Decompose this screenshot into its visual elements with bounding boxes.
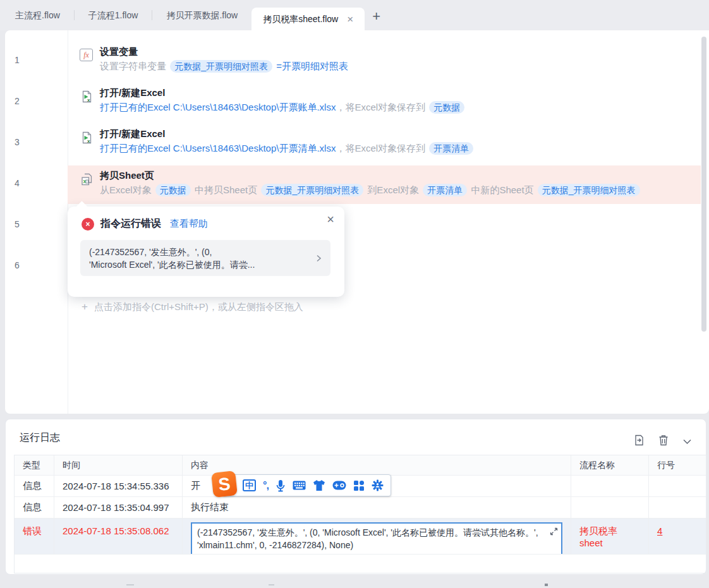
punctuation-icon[interactable]: °, [263, 480, 269, 491]
chevron-right-icon [314, 253, 323, 266]
run-log-panel: 运行日志 类型 时间 内容 流程名称 行号 信息 2024-07-18 15:3… [5, 419, 706, 575]
step-title: 设置变量 [100, 46, 138, 58]
step-description: 从Excel对象 元数据 中拷贝Sheet页 元数据_开票明细对照表 到Exce… [100, 184, 641, 196]
run-log-title: 运行日志 [20, 431, 60, 445]
error-popover: × 指令运行错误 查看帮助 × (-2147352567, '发生意外。', (… [68, 207, 344, 297]
fx-variable-icon: fx [80, 49, 93, 61]
line-number-6: 6 [9, 260, 25, 270]
error-line-number-link[interactable]: 4 [657, 525, 662, 536]
sogou-logo[interactable]: S [211, 471, 238, 498]
clear-log-icon[interactable] [658, 435, 669, 448]
step-description: 设置字符串变量 元数据_开票明细对照表 =开票明细对照表 [100, 60, 348, 73]
svg-text:x: x [87, 97, 90, 103]
variable-pill[interactable]: 元数据 [429, 101, 464, 114]
collapse-panel-icon[interactable] [682, 436, 692, 447]
error-message-box[interactable]: (-2147352567, '发生意外。', (0, 'Microsoft Ex… [80, 240, 330, 276]
excel-open-icon: x [80, 90, 94, 106]
add-instruction-label: 点击添加指令(Ctrl+Shift+P)，或从左侧指令区拖入 [94, 301, 303, 313]
line-number-3: 3 [9, 137, 25, 147]
tab-sub-flow1[interactable]: 子流程1.flow [75, 0, 152, 30]
add-instruction-row[interactable]: + 点击添加指令(Ctrl+Shift+P)，或从左侧指令区拖入 [82, 301, 303, 313]
step-description: 打开已有的Excel C:\Users\18463\Desktop\开票账单.x… [100, 101, 466, 114]
step-title: 拷贝Sheet页 [100, 170, 154, 182]
variable-pill[interactable]: 元数据_开票明细对照表 [538, 184, 640, 196]
toolbox-icon[interactable] [332, 481, 346, 490]
copy-sheet-icon: x [80, 172, 94, 189]
close-tab-icon[interactable]: × [347, 14, 353, 25]
flow-canvas: 1 2 3 4 5 6 fx 设置变量 设置字符串变量 元数据_开票明细对照表 … [5, 30, 709, 414]
line-number-1: 1 [9, 55, 25, 65]
tab-copy-invoice-data[interactable]: 拷贝开票数据.flow [152, 0, 251, 30]
log-table-header: 类型 时间 内容 流程名称 行号 [15, 455, 706, 476]
popover-title: 指令运行错误 [100, 217, 161, 231]
apps-grid-icon[interactable] [353, 480, 365, 491]
settings-icon[interactable] [372, 479, 384, 491]
export-log-icon[interactable] [634, 435, 645, 448]
chinese-mode-icon[interactable]: 中 [243, 479, 256, 491]
skin-icon[interactable] [313, 479, 325, 491]
step-title: 打开/新建Excel [100, 87, 165, 99]
ime-toolbar: 中 °, [222, 474, 391, 496]
step-title: 打开/新建Excel [100, 128, 165, 140]
bottom-clipped-content [269, 584, 274, 585]
error-detail-box[interactable]: (-2147352567, '发生意外。', (0, 'Microsoft Ex… [191, 522, 562, 554]
error-message-line2: 'Microsoft Excel', '此名称已被使用。请尝... [89, 258, 308, 271]
microphone-icon[interactable] [276, 479, 286, 492]
error-badge-icon: × [82, 218, 94, 231]
line-number-5: 5 [9, 219, 25, 229]
tab-main-flow[interactable]: 主流程.flow [1, 0, 74, 30]
expand-icon[interactable] [550, 526, 558, 539]
error-detail-text: (-2147352567, '发生意外。', (0, 'Microsoft Ex… [197, 527, 538, 550]
variable-pill[interactable]: 元数据_开票明细对照表 [261, 184, 363, 196]
log-row-error[interactable]: 错误 2024-07-18 15:35:08.062 (-2147352567,… [15, 519, 706, 555]
line-number-4: 4 [9, 178, 25, 188]
excel-open-icon: x [80, 131, 94, 147]
plus-icon: + [82, 301, 88, 313]
error-flow-name: 拷贝税率sheet [571, 519, 649, 554]
close-popover-icon[interactable]: × [327, 212, 334, 227]
log-row-info-2[interactable]: 信息 2024-07-18 15:35:04.997 执行结束 [15, 497, 706, 519]
bottom-clipped-content [126, 584, 134, 585]
variable-pill[interactable]: 元数据 [155, 184, 191, 196]
tab-bar: 主流程.flow 子流程1.flow 拷贝开票数据.flow 拷贝税率sheet… [0, 0, 709, 30]
line-number-2: 2 [9, 96, 25, 106]
error-message-line1: (-2147352567, '发生意外。', (0, [89, 246, 308, 258]
keyboard-icon[interactable] [293, 481, 306, 490]
log-table: 类型 时间 内容 流程名称 行号 信息 2024-07-18 15:34:55.… [14, 455, 706, 573]
variable-pill[interactable]: 元数据_开票明细对照表 [170, 60, 272, 73]
vertical-scrollbar[interactable] [701, 37, 706, 332]
variable-pill[interactable]: 开票清单 [423, 184, 467, 196]
step-description: 打开已有的Excel C:\Users\18463\Desktop\开票清单.x… [100, 142, 475, 155]
tab-label: 拷贝税率sheet.flow [263, 8, 338, 30]
help-link[interactable]: 查看帮助 [170, 218, 208, 230]
tab-copy-tax-sheet-active[interactable]: 拷贝税率sheet.flow × [251, 8, 365, 30]
svg-text:x: x [87, 138, 90, 144]
new-tab-button[interactable]: + [365, 3, 388, 30]
variable-pill[interactable]: 开票清单 [429, 142, 473, 155]
bottom-clipped-content [545, 584, 548, 586]
